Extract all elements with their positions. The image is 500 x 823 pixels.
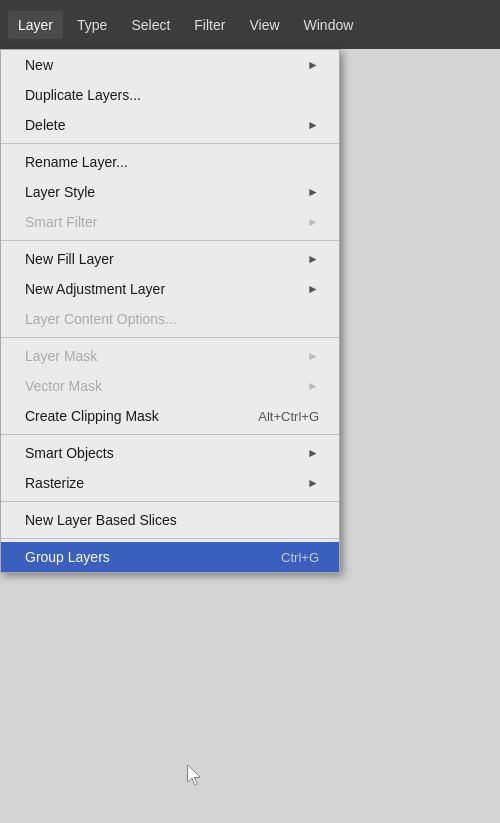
menu-layer-style-label: Layer Style — [25, 184, 307, 200]
menu-layer-style-arrow: ► — [307, 185, 319, 199]
menu-new-fill-layer-arrow: ► — [307, 252, 319, 266]
menu-item-view[interactable]: View — [239, 11, 289, 39]
menu-delete-arrow: ► — [307, 118, 319, 132]
menu-new-layer-based-slices-label: New Layer Based Slices — [25, 512, 319, 528]
menu-group-layers-shortcut: Ctrl+G — [281, 550, 319, 565]
menu-layer-mask-label: Layer Mask — [25, 348, 307, 364]
menu-new-adjustment-layer[interactable]: New Adjustment Layer ► — [1, 274, 339, 304]
menu-item-window[interactable]: Window — [294, 11, 364, 39]
menu-smart-filter-label: Smart Filter — [25, 214, 307, 230]
separator-4 — [1, 434, 339, 435]
menu-rasterize-arrow: ► — [307, 476, 319, 490]
separator-1 — [1, 143, 339, 144]
menu-new-adjustment-layer-label: New Adjustment Layer — [25, 281, 307, 297]
menu-new-adjustment-layer-arrow: ► — [307, 282, 319, 296]
menu-delete-label: Delete — [25, 117, 307, 133]
menu-vector-mask: Vector Mask ► — [1, 371, 339, 401]
menu-new[interactable]: New ► — [1, 50, 339, 80]
menu-layer-mask-arrow: ► — [307, 349, 319, 363]
menu-vector-mask-arrow: ► — [307, 379, 319, 393]
menu-new-fill-layer-label: New Fill Layer — [25, 251, 307, 267]
menu-layer-content-options: Layer Content Options... — [1, 304, 339, 334]
menu-layer-content-options-label: Layer Content Options... — [25, 311, 319, 327]
separator-5 — [1, 501, 339, 502]
menu-create-clipping-mask-label: Create Clipping Mask — [25, 408, 218, 424]
menu-rasterize-label: Rasterize — [25, 475, 307, 491]
menu-item-layer[interactable]: Layer — [8, 11, 63, 39]
menu-duplicate-layers[interactable]: Duplicate Layers... — [1, 80, 339, 110]
menu-smart-filter-arrow: ► — [307, 215, 319, 229]
menu-delete[interactable]: Delete ► — [1, 110, 339, 140]
menu-item-select[interactable]: Select — [121, 11, 180, 39]
cursor — [185, 764, 205, 788]
menu-create-clipping-mask[interactable]: Create Clipping Mask Alt+Ctrl+G — [1, 401, 339, 431]
menu-layer-mask: Layer Mask ► — [1, 341, 339, 371]
menu-smart-objects[interactable]: Smart Objects ► — [1, 438, 339, 468]
layer-dropdown-menu: New ► Duplicate Layers... Delete ► Renam… — [0, 49, 340, 573]
menu-new-fill-layer[interactable]: New Fill Layer ► — [1, 244, 339, 274]
menu-create-clipping-mask-shortcut: Alt+Ctrl+G — [258, 409, 319, 424]
separator-2 — [1, 240, 339, 241]
menu-item-type[interactable]: Type — [67, 11, 117, 39]
menu-rename-layer[interactable]: Rename Layer... — [1, 147, 339, 177]
menu-item-filter[interactable]: Filter — [184, 11, 235, 39]
menu-new-layer-based-slices[interactable]: New Layer Based Slices — [1, 505, 339, 535]
menu-rename-layer-label: Rename Layer... — [25, 154, 319, 170]
separator-6 — [1, 538, 339, 539]
menu-new-arrow: ► — [307, 58, 319, 72]
menu-rasterize[interactable]: Rasterize ► — [1, 468, 339, 498]
menu-smart-filter: Smart Filter ► — [1, 207, 339, 237]
separator-3 — [1, 337, 339, 338]
menu-group-layers[interactable]: Group Layers Ctrl+G — [1, 542, 339, 572]
menu-smart-objects-arrow: ► — [307, 446, 319, 460]
menu-duplicate-layers-label: Duplicate Layers... — [25, 87, 319, 103]
menu-smart-objects-label: Smart Objects — [25, 445, 307, 461]
menu-group-layers-label: Group Layers — [25, 549, 241, 565]
menu-vector-mask-label: Vector Mask — [25, 378, 307, 394]
menu-layer-style[interactable]: Layer Style ► — [1, 177, 339, 207]
menu-new-label: New — [25, 57, 307, 73]
menu-bar: Layer Type Select Filter View Window — [0, 0, 500, 49]
